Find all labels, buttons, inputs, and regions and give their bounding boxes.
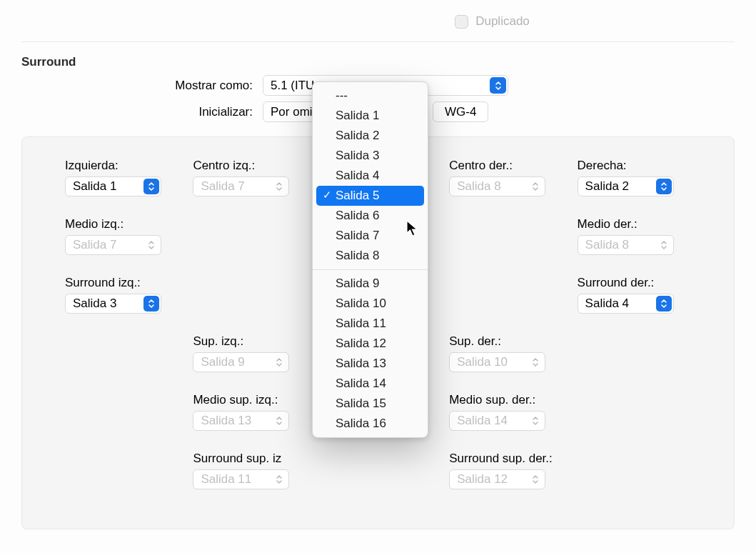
surround-izq-select[interactable]: Salida 3 bbox=[65, 294, 161, 314]
surround-der-select[interactable]: Salida 4 bbox=[578, 294, 674, 314]
surround-der-label: Surround der.: bbox=[578, 276, 691, 290]
chevron-up-down-icon bbox=[528, 179, 543, 194]
medio-der-label: Medio der.: bbox=[578, 217, 691, 231]
select-value: Salida 8 bbox=[585, 238, 629, 252]
sup-izq-select[interactable]: Salida 9 bbox=[193, 352, 289, 372]
derecha-label: Derecha: bbox=[578, 159, 691, 173]
surround-izq-label: Surround izq.: bbox=[65, 276, 178, 290]
chevron-up-down-icon bbox=[656, 179, 672, 194]
inicializar-label: Inicializar: bbox=[21, 105, 263, 119]
select-value: Salida 2 bbox=[585, 179, 629, 194]
chevron-up-down-icon bbox=[271, 472, 287, 487]
centro-der-label: Centro der.: bbox=[449, 159, 563, 173]
menu-item[interactable]: Salida 9 bbox=[313, 274, 428, 294]
medio-izq-select[interactable]: Salida 7 bbox=[65, 235, 161, 255]
menu-separator bbox=[313, 269, 428, 270]
select-value: Salida 4 bbox=[585, 297, 629, 311]
select-value: Salida 9 bbox=[201, 355, 244, 369]
surround-section-title: Surround bbox=[21, 55, 735, 69]
chevron-up-down-icon bbox=[271, 179, 287, 194]
menu-item[interactable]: Salida 12 bbox=[313, 334, 428, 354]
sup-der-select[interactable]: Salida 10 bbox=[449, 352, 545, 372]
inicializar-value: Por omi bbox=[271, 105, 313, 119]
chevron-up-down-icon bbox=[143, 179, 159, 194]
duplicado-checkbox[interactable] bbox=[455, 15, 468, 29]
menu-item[interactable]: Salida 14 bbox=[313, 374, 428, 394]
menu-item[interactable]: Salida 4 bbox=[313, 166, 428, 186]
select-value: Salida 7 bbox=[73, 238, 116, 252]
sup-izq-label: Sup. izq.: bbox=[193, 334, 306, 349]
select-value: Salida 14 bbox=[457, 414, 508, 428]
izquierda-select[interactable]: Salida 1 bbox=[65, 176, 161, 196]
menu-item-dash[interactable]: --- bbox=[313, 86, 428, 106]
sup-der-label: Sup. der.: bbox=[449, 334, 563, 349]
chevron-up-down-icon bbox=[656, 296, 672, 312]
duplicado-row: Duplicado bbox=[21, 0, 735, 42]
mostrar-como-label: Mostrar como: bbox=[21, 79, 263, 93]
salida-dropdown-menu[interactable]: --- Salida 1 Salida 2 Salida 3 Salida 4 … bbox=[312, 81, 428, 438]
centro-der-select[interactable]: Salida 8 bbox=[449, 176, 545, 196]
select-value: Salida 1 bbox=[73, 179, 116, 194]
derecha-select[interactable]: Salida 2 bbox=[578, 176, 674, 196]
select-value: Salida 3 bbox=[73, 297, 116, 311]
medio-sup-izq-select[interactable]: Salida 13 bbox=[193, 411, 289, 431]
chevron-up-down-icon bbox=[528, 354, 543, 370]
menu-item[interactable]: Salida 3 bbox=[313, 146, 428, 166]
select-value: Salida 12 bbox=[457, 472, 508, 487]
menu-item[interactable]: Salida 16 bbox=[313, 414, 428, 434]
select-value: Salida 10 bbox=[457, 355, 508, 369]
select-value: Salida 13 bbox=[201, 414, 251, 428]
menu-item-selected[interactable]: Salida 5 bbox=[316, 186, 424, 206]
medio-izq-label: Medio izq.: bbox=[65, 217, 178, 231]
wg4-button-label: WG-4 bbox=[445, 105, 476, 119]
medio-sup-der-select[interactable]: Salida 14 bbox=[449, 411, 545, 431]
chevron-up-down-icon bbox=[271, 354, 287, 370]
menu-item[interactable]: Salida 8 bbox=[313, 246, 428, 266]
duplicado-label: Duplicado bbox=[475, 14, 530, 29]
medio-sup-der-label: Medio sup. der.: bbox=[449, 393, 563, 407]
centro-izq-select[interactable]: Salida 7 bbox=[193, 176, 289, 196]
menu-item[interactable]: Salida 10 bbox=[313, 294, 428, 314]
select-value: Salida 11 bbox=[201, 472, 251, 487]
chevron-up-down-icon bbox=[528, 472, 543, 487]
menu-item[interactable]: Salida 11 bbox=[313, 314, 428, 334]
menu-item[interactable]: Salida 2 bbox=[313, 126, 428, 146]
select-value: Salida 7 bbox=[201, 179, 244, 194]
surround-sup-izq-select[interactable]: Salida 11 bbox=[193, 469, 289, 489]
menu-item[interactable]: Salida 13 bbox=[313, 354, 428, 374]
wg4-button[interactable]: WG-4 bbox=[433, 101, 488, 122]
menu-item[interactable]: Salida 15 bbox=[313, 394, 428, 414]
medio-sup-izq-label: Medio sup. izq.: bbox=[193, 393, 306, 407]
surround-sup-der-select[interactable]: Salida 12 bbox=[449, 469, 545, 489]
chevron-up-down-icon bbox=[143, 296, 159, 312]
menu-item[interactable]: Salida 7 bbox=[313, 226, 428, 246]
select-value: Salida 8 bbox=[457, 179, 500, 194]
izquierda-label: Izquierda: bbox=[65, 159, 178, 173]
centro-izq-label: Centro izq.: bbox=[193, 159, 306, 173]
chevron-up-down-icon bbox=[271, 413, 287, 429]
menu-item[interactable]: Salida 1 bbox=[313, 106, 428, 126]
mostrar-como-value: 5.1 (ITU bbox=[271, 79, 314, 93]
chevron-up-down-icon bbox=[490, 77, 506, 94]
medio-der-select[interactable]: Salida 8 bbox=[578, 235, 674, 255]
chevron-up-down-icon bbox=[656, 237, 672, 253]
surround-sup-izq-label: Surround sup. iz bbox=[193, 452, 306, 466]
menu-item[interactable]: Salida 6 bbox=[313, 206, 428, 226]
chevron-up-down-icon bbox=[143, 237, 159, 253]
chevron-up-down-icon bbox=[528, 413, 543, 429]
surround-sup-der-label: Surround sup. der.: bbox=[449, 452, 563, 466]
